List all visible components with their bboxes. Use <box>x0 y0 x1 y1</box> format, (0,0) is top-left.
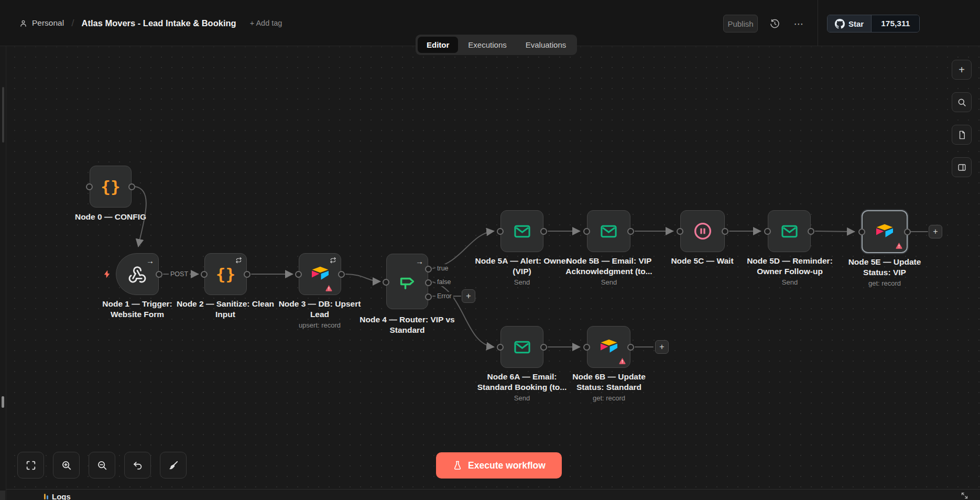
node-label: Node 3 — DB: Upsert Lead <box>278 299 362 320</box>
node-6b-update-standard[interactable] <box>587 326 630 368</box>
panel-toggle-button[interactable] <box>952 157 972 177</box>
node-subtitle: Send <box>475 394 569 402</box>
input-port[interactable] <box>583 344 590 351</box>
file-icon <box>957 130 967 140</box>
input-port[interactable] <box>858 229 865 235</box>
input-port[interactable] <box>764 228 771 235</box>
rail-handle[interactable] <box>2 396 4 408</box>
add-tag-button[interactable]: + Add tag <box>250 19 282 27</box>
output-port[interactable] <box>244 271 251 278</box>
breadcrumb: Personal / Atlas Movers - Lead Intake & … <box>19 0 282 46</box>
node-1-trigger[interactable]: → <box>116 253 159 295</box>
github-star-label: Star <box>848 19 864 28</box>
n8n-workflow-editor: Personal / Atlas Movers - Lead Intake & … <box>0 0 980 500</box>
output-port[interactable] <box>338 271 345 278</box>
node-6a-standard-booking[interactable] <box>500 326 543 368</box>
broom-icon <box>168 460 179 471</box>
zoom-out-button[interactable] <box>89 452 115 479</box>
github-star-widget[interactable]: Star 175,311 <box>827 15 920 32</box>
input-port[interactable] <box>677 228 683 235</box>
expand-icon <box>961 492 968 499</box>
node-5b-vip-ack[interactable] <box>587 210 630 252</box>
tab-evaluations[interactable]: Evaluations <box>517 37 575 53</box>
node-2-sanitize[interactable]: {} <box>204 253 247 295</box>
rail-foot <box>0 491 5 500</box>
output-port-false[interactable] <box>425 279 432 286</box>
undo-icon <box>132 460 144 471</box>
output-port[interactable] <box>627 344 634 351</box>
warning-icon <box>895 242 903 249</box>
warning-icon <box>618 357 626 365</box>
node-label: Node 5D — Reminder: Owner Follow-up <box>743 256 836 277</box>
arrow-badge-icon: → <box>146 257 154 265</box>
canvas-zoom-toolbar <box>17 452 187 479</box>
output-label-error: Error <box>435 292 453 300</box>
logs-toggle[interactable]: Logs <box>44 492 71 500</box>
node-subtitle: Send <box>558 278 660 286</box>
email-icon <box>768 211 810 252</box>
input-port[interactable] <box>497 228 504 235</box>
input-port[interactable] <box>383 279 389 286</box>
left-rail <box>0 46 6 500</box>
node-5c-wait[interactable] <box>680 210 725 252</box>
flask-icon <box>452 460 463 471</box>
workflow-title[interactable]: Atlas Movers - Lead Intake & Booking <box>81 18 236 28</box>
add-node-button[interactable]: + <box>655 340 669 354</box>
execute-workflow-button[interactable]: Execute workflow <box>436 452 562 479</box>
project-breadcrumb[interactable]: Personal <box>19 18 64 28</box>
logs-title: Logs <box>52 492 71 500</box>
tidy-up-button[interactable] <box>160 452 187 479</box>
publish-button[interactable]: Publish <box>723 15 758 32</box>
input-port[interactable] <box>201 271 208 278</box>
output-port[interactable] <box>722 228 728 235</box>
history-button[interactable] <box>766 15 783 32</box>
zoom-in-button[interactable] <box>53 452 80 479</box>
repeat-badge-icon <box>235 257 242 264</box>
more-options-button[interactable]: ⋯ <box>790 15 807 32</box>
output-port[interactable] <box>540 344 547 351</box>
add-node-button[interactable]: + <box>929 225 942 238</box>
node-subtitle: Send <box>743 278 836 286</box>
output-port[interactable] <box>627 228 634 235</box>
connection-label-post: POST <box>169 270 190 278</box>
input-port[interactable] <box>86 183 93 190</box>
add-node-button[interactable]: + <box>462 289 475 303</box>
node-5a-alert-owner[interactable] <box>500 210 543 252</box>
fit-view-button[interactable] <box>17 452 44 479</box>
add-node-panel-button[interactable]: + <box>952 60 972 80</box>
output-port-true[interactable] <box>425 266 432 273</box>
tab-executions[interactable]: Executions <box>459 37 515 53</box>
breadcrumb-separator: / <box>71 17 74 29</box>
canvas-side-toolbar: + <box>952 60 972 177</box>
undo-button[interactable] <box>124 452 151 479</box>
github-star-count[interactable]: 175,311 <box>871 15 919 32</box>
node-5d-reminder[interactable] <box>768 210 811 252</box>
github-star-button[interactable]: Star <box>827 15 871 32</box>
output-label-false: false <box>435 278 452 286</box>
tab-editor[interactable]: Editor <box>418 37 458 53</box>
node-3-db-upsert[interactable] <box>299 253 341 295</box>
rail-scrollbar-thumb[interactable] <box>2 87 4 143</box>
output-port[interactable] <box>904 229 911 235</box>
input-port[interactable] <box>497 344 504 351</box>
output-port[interactable] <box>128 183 135 190</box>
output-port[interactable] <box>156 271 162 278</box>
output-port[interactable] <box>808 228 814 235</box>
expand-logs-button[interactable] <box>961 492 968 499</box>
node-4-router[interactable]: → <box>386 254 428 309</box>
output-port[interactable] <box>540 228 547 235</box>
output-port-error[interactable] <box>425 294 432 300</box>
node-5e-update-vip[interactable] <box>862 210 908 253</box>
node-label: Node 2 — Sanitize: Clean Input <box>173 299 278 320</box>
node-0-config[interactable]: {} <box>90 166 132 208</box>
search-icon <box>957 97 967 107</box>
search-button[interactable] <box>952 92 972 112</box>
input-port[interactable] <box>295 271 302 278</box>
code-braces-icon: {} <box>90 166 131 207</box>
logs-panel-header[interactable]: Logs <box>6 489 980 500</box>
node-subtitle: get: record <box>567 394 651 402</box>
node-label: Node 1 — Trigger: Website Form <box>98 299 177 320</box>
sticky-note-button[interactable] <box>952 125 972 145</box>
view-tabs: Editor Executions Evaluations <box>416 35 577 55</box>
input-port[interactable] <box>583 228 590 235</box>
